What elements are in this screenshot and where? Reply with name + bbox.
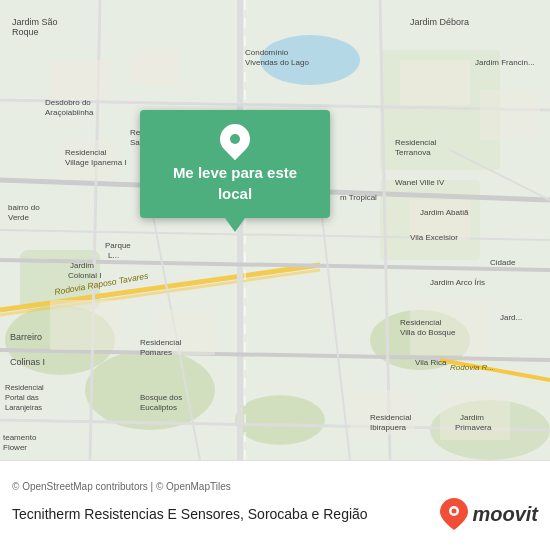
svg-text:Primavera: Primavera	[455, 423, 492, 432]
svg-text:Vila Rica: Vila Rica	[415, 358, 447, 367]
svg-text:Jardim: Jardim	[460, 413, 484, 422]
svg-text:Parque: Parque	[105, 241, 131, 250]
location-name: Tecnitherm Resistencias E Sensores, Soro…	[12, 505, 440, 523]
svg-text:teamento: teamento	[3, 433, 37, 442]
svg-point-4	[235, 395, 325, 445]
svg-text:Residencial: Residencial	[140, 338, 182, 347]
popup-text: Me leve para este local	[173, 164, 297, 202]
svg-text:Jard...: Jard...	[500, 313, 522, 322]
svg-point-69	[452, 509, 457, 514]
svg-rect-16	[50, 300, 120, 350]
svg-text:Flower: Flower	[3, 443, 27, 452]
svg-text:Desdobro do: Desdobro do	[45, 98, 91, 107]
svg-text:Jardim: Jardim	[70, 261, 94, 270]
svg-text:Cidade: Cidade	[490, 258, 516, 267]
svg-text:Bosque dos: Bosque dos	[140, 393, 182, 402]
svg-text:Ibirapuera: Ibirapuera	[370, 423, 407, 432]
moovit-text: moovit	[472, 503, 538, 526]
svg-text:Residencial: Residencial	[5, 383, 44, 392]
moovit-pin-icon	[440, 498, 468, 530]
svg-text:Residencial: Residencial	[65, 148, 107, 157]
map-container: Jardim São Roque Desdobro do Araçoiabiin…	[0, 0, 550, 460]
svg-text:Araçoiabiinha: Araçoiabiinha	[45, 108, 94, 117]
svg-text:Pomares: Pomares	[140, 348, 172, 357]
svg-text:bairro do: bairro do	[8, 203, 40, 212]
location-info: Tecnitherm Resistencias E Sensores, Soro…	[12, 498, 538, 530]
svg-text:Vila Excelsior: Vila Excelsior	[410, 233, 458, 242]
svg-text:Villa do Bosque: Villa do Bosque	[400, 328, 456, 337]
svg-text:Jardim Débora: Jardim Débora	[410, 17, 469, 27]
svg-point-2	[85, 350, 215, 430]
svg-text:Residencial: Residencial	[370, 413, 412, 422]
svg-text:Eucaliptos: Eucaliptos	[140, 403, 177, 412]
svg-text:Jardim Francin...: Jardim Francin...	[475, 58, 535, 67]
svg-text:Terranova: Terranova	[395, 148, 431, 157]
svg-text:m Tropical: m Tropical	[340, 193, 377, 202]
svg-text:Laranjeiras: Laranjeiras	[5, 403, 42, 412]
svg-text:Wanel Ville IV: Wanel Ville IV	[395, 178, 445, 187]
attribution: © OpenStreetMap contributors | © OpenMap…	[12, 481, 538, 492]
svg-rect-10	[50, 60, 110, 100]
svg-text:Barreiro: Barreiro	[10, 332, 42, 342]
svg-text:Verde: Verde	[8, 213, 29, 222]
svg-text:Colinas I: Colinas I	[10, 357, 45, 367]
svg-text:Jardim Arco Íris: Jardim Arco Íris	[430, 278, 485, 287]
svg-text:Village Ipanema I: Village Ipanema I	[65, 158, 127, 167]
svg-rect-13	[400, 60, 470, 105]
svg-rect-14	[480, 90, 540, 140]
svg-text:Residencial: Residencial	[395, 138, 437, 147]
svg-text:Residencial: Residencial	[400, 318, 442, 327]
svg-text:L...: L...	[108, 251, 119, 260]
svg-text:Jardim São: Jardim São	[12, 17, 58, 27]
svg-text:Portal das: Portal das	[5, 393, 39, 402]
svg-rect-11	[130, 50, 180, 85]
navigate-popup[interactable]: Me leve para este local	[140, 110, 330, 218]
svg-text:Jardim Abatiã: Jardim Abatiã	[420, 208, 469, 217]
bottom-bar: © OpenStreetMap contributors | © OpenMap…	[0, 460, 550, 550]
svg-text:Roque: Roque	[12, 27, 39, 37]
attribution-text: © OpenStreetMap contributors | © OpenMap…	[12, 481, 231, 492]
svg-text:Rodovia R...: Rodovia R...	[450, 363, 494, 372]
svg-text:Condomínio: Condomínio	[245, 48, 289, 57]
svg-text:Vivendas do Lago: Vivendas do Lago	[245, 58, 309, 67]
moovit-logo: moovit	[440, 498, 538, 530]
